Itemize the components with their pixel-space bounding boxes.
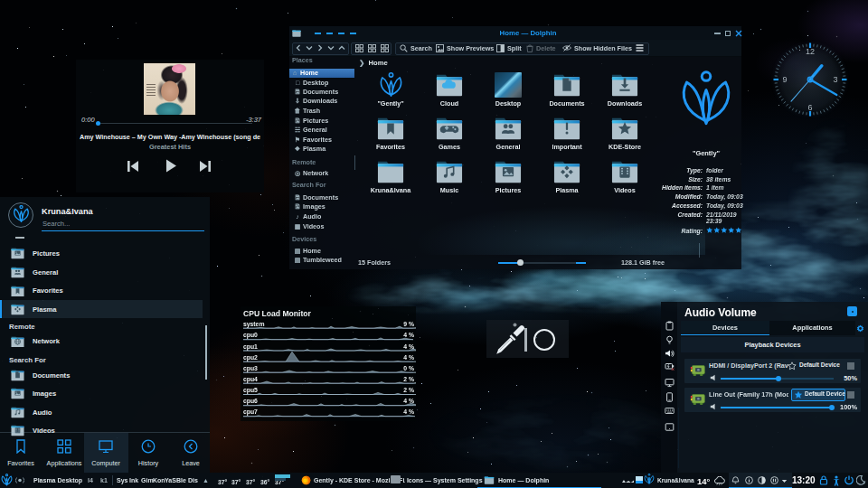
svg-text:3: 3 — [833, 75, 837, 84]
svg-text:6: 6 — [807, 103, 812, 112]
svg-text:12: 12 — [806, 47, 815, 56]
svg-text:9: 9 — [782, 75, 787, 84]
